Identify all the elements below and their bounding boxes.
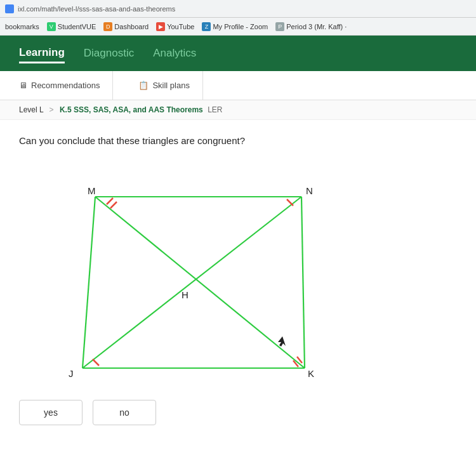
breadcrumb-arrow: >	[50, 105, 54, 114]
breadcrumb-code: LER	[208, 105, 222, 114]
svg-line-1	[83, 197, 301, 368]
bookmarks-bar: bookmarks V StudentVUE D Dashboard ▶ You…	[0, 18, 476, 36]
bookmark-period[interactable]: P Period 3 (Mr. Kaff) ·	[275, 22, 347, 31]
zoom-label: My Profile - Zoom	[213, 23, 268, 30]
nav-analytics[interactable]: Analytics	[153, 44, 196, 62]
bookmark-base: bookmarks	[5, 23, 39, 30]
sub-nav: 🖥 Recommendations 📋 Skill plans	[0, 71, 476, 100]
bookmark-studentvue[interactable]: V StudentVUE	[47, 22, 96, 31]
svg-line-9	[93, 359, 99, 366]
breadcrumb: Level L > K.5 SSS, SAS, ASA, and AAS The…	[0, 100, 476, 120]
url-bar: ixl.com/math/level-l/sss-sas-asa-and-aas…	[18, 5, 175, 13]
subnav-skillplans[interactable]: 📋 Skill plans	[126, 71, 203, 100]
breadcrumb-level: Level L	[19, 105, 43, 114]
studentvue-label: StudentVUE	[58, 23, 96, 30]
recommendations-icon: 🖥	[19, 81, 27, 90]
bookmark-zoom[interactable]: Z My Profile - Zoom	[202, 22, 268, 31]
bookmark-youtube[interactable]: ▶ YouTube	[156, 22, 194, 31]
yes-button[interactable]: yes	[19, 400, 83, 425]
bookmark-dashboard[interactable]: D Dashboard	[103, 22, 149, 31]
no-button[interactable]: no	[93, 400, 156, 425]
subnav-recommendations[interactable]: 🖥 Recommendations	[19, 71, 113, 100]
favicon-icon	[5, 4, 14, 13]
cursor-icon	[278, 336, 286, 347]
period-label: Period 3 (Mr. Kaff) ·	[286, 23, 347, 30]
svg-line-3	[301, 197, 305, 368]
nav-diagnostic[interactable]: Diagnostic	[84, 44, 134, 62]
triangle-diagram: M N H J K	[19, 159, 324, 387]
label-J: J	[69, 368, 74, 379]
youtube-icon: ▶	[156, 22, 165, 31]
skillplans-label: Skill plans	[152, 81, 190, 90]
zoom-icon: Z	[202, 22, 211, 31]
skillplans-icon: 📋	[138, 81, 149, 90]
dashboard-label: Dashboard	[114, 23, 149, 30]
question-text: Can you conclude that these triangles ar…	[19, 135, 457, 146]
bookmarks-label: bookmarks	[5, 23, 39, 30]
nav-learning[interactable]: Learning	[19, 44, 65, 63]
browser-bar: ixl.com/math/level-l/sss-sas-asa-and-aas…	[0, 0, 476, 18]
content-area: Can you conclude that these triangles ar…	[0, 120, 476, 440]
svg-line-6	[107, 198, 113, 204]
youtube-label: YouTube	[167, 23, 194, 30]
label-H: H	[182, 289, 188, 300]
label-M: M	[88, 185, 96, 196]
recommendations-label: Recommendations	[31, 81, 100, 90]
svg-line-2	[83, 197, 95, 368]
answer-buttons-container: yes no	[19, 400, 457, 425]
breadcrumb-current: K.5 SSS, SAS, ASA, and AAS Theorems	[60, 105, 203, 114]
diagram-svg: M N H J K	[19, 159, 324, 387]
label-K: K	[308, 368, 314, 379]
period-icon: P	[275, 22, 284, 31]
studentvue-icon: V	[47, 22, 56, 31]
svg-line-0	[95, 197, 305, 368]
svg-line-8	[287, 199, 293, 206]
main-nav: Learning Diagnostic Analytics	[0, 36, 476, 71]
dashboard-icon: D	[103, 22, 112, 31]
svg-line-7	[110, 202, 117, 208]
label-N: N	[306, 185, 313, 196]
